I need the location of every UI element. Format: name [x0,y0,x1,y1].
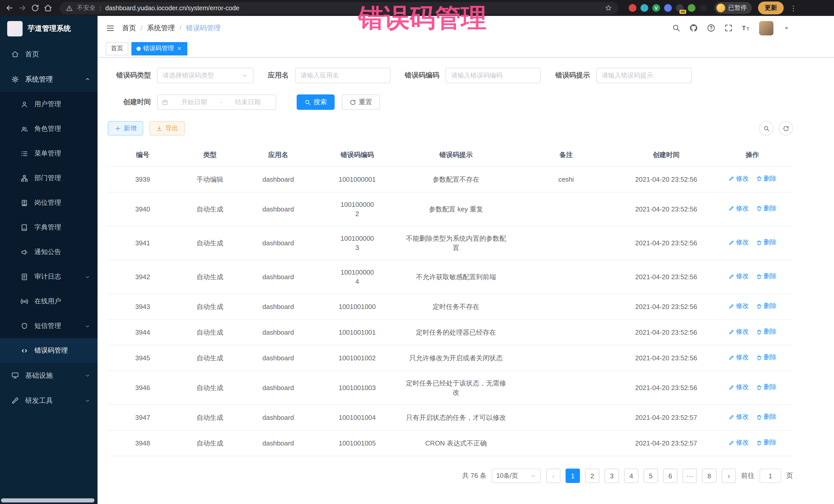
delete-link[interactable]: 删除 [756,302,776,311]
address-bar[interactable]: 不安全 | dashboard.yudao.iocoder.cn/system/… [60,2,618,14]
sidebar-item-error-code[interactable]: 错误码管理 [0,338,97,363]
edit-link[interactable]: 修改 [728,413,749,422]
page-button[interactable]: 2 [585,469,599,483]
page-button[interactable]: 6 [663,469,678,483]
sidebar-item-post[interactable]: 岗位管理 [0,191,97,215]
bookmark-star-icon[interactable] [605,4,612,12]
delete-link[interactable]: 删除 [756,238,776,247]
page-button[interactable]: 1 [566,469,580,483]
edit-link[interactable]: 修改 [728,353,749,362]
search-button[interactable]: 搜索 [297,94,335,110]
page-button[interactable]: 5 [643,469,658,483]
app-logo[interactable]: 芋道管理系统 [0,16,97,42]
edit-link[interactable]: 修改 [728,175,749,183]
back-icon[interactable] [5,4,14,12]
sidebar-item-menu[interactable]: 菜单管理 [0,141,97,166]
cell-remark [512,431,620,456]
profile-chip[interactable]: 已暂停 [715,2,752,14]
page-button[interactable]: 4 [624,469,638,483]
extension-icon[interactable] [700,4,707,12]
sidebar-item-label: 系统管理 [25,75,79,84]
search-icon[interactable] [672,24,681,32]
create-time-range-picker[interactable]: 开始日期 - 结束日期 [157,94,276,110]
toggle-search-button[interactable] [759,121,773,135]
caret-down-icon[interactable] [782,24,791,32]
delete-link[interactable]: 删除 [756,175,776,183]
edit-link[interactable]: 修改 [728,328,749,336]
sidebar-item-system[interactable]: 系统管理 [0,67,97,92]
sidebar-item-infra[interactable]: 基础设施 [0,363,97,388]
page-size-select[interactable]: 10条/页 [492,469,541,483]
github-icon[interactable] [689,24,698,32]
sidebar-item-notice[interactable]: 通知公告 [0,240,97,264]
user-avatar[interactable] [759,21,773,35]
cell-time: 2021-04-20 23:52:56 [620,192,712,226]
edit-link[interactable]: 修改 [728,272,749,281]
horizontal-scrollbar-thumb[interactable] [1,498,94,502]
sidebar-item-audit-log[interactable]: 审计日志 [0,264,97,289]
export-button[interactable]: 导出 [149,121,185,135]
security-warning-icon [66,4,73,12]
delete-icon [756,303,762,309]
sidebar-item-home[interactable]: 首页 [0,42,97,67]
extension-icon[interactable]: on [676,4,684,12]
close-icon[interactable] [177,46,182,51]
error-hint-input[interactable] [596,68,692,83]
delete-link[interactable]: 删除 [756,383,776,392]
edit-link[interactable]: 修改 [728,302,749,311]
edit-link[interactable]: 修改 [728,238,749,247]
delete-link[interactable]: 删除 [756,328,776,336]
extension-icon[interactable]: V [652,4,660,12]
page-ellipsis[interactable]: ··· [683,469,697,483]
extension-icon[interactable] [688,4,696,12]
page-button[interactable]: 8 [702,469,717,483]
extension-icon[interactable] [640,4,648,12]
reload-icon[interactable] [31,4,40,12]
refresh-table-button[interactable] [778,121,793,135]
breadcrumb-item[interactable]: 系统管理 [147,23,175,32]
browser-menu-icon[interactable]: ⋮ [790,4,797,12]
prev-page-button[interactable]: ‹ [546,469,561,483]
sidebar-item-sms[interactable]: 短信管理 [0,313,97,338]
sidebar-item-role[interactable]: 角色管理 [0,116,97,141]
reset-button[interactable]: 重置 [342,94,380,110]
app-name-input[interactable] [295,68,390,83]
delete-link[interactable]: 删除 [756,353,776,362]
sidebar-item-user[interactable]: 用户管理 [0,92,97,116]
delete-link[interactable]: 删除 [756,204,776,213]
hamburger-icon[interactable] [106,23,115,32]
delete-link[interactable]: 删除 [756,272,776,281]
tab-home[interactable]: 首页 [106,42,128,55]
browser-home-icon[interactable] [44,4,52,12]
sidebar-item-devtools[interactable]: 研发工具 [0,388,97,413]
cell-type: 自动生成 [178,405,242,431]
delete-link[interactable]: 删除 [756,413,776,422]
fullscreen-icon[interactable] [724,24,733,32]
delete-link[interactable]: 删除 [756,439,776,447]
cell-type: 自动生成 [178,431,242,456]
tab-error-code[interactable]: 错误码管理 [131,42,187,55]
help-icon[interactable] [707,24,716,32]
next-page-button[interactable]: › [722,469,736,483]
edit-link[interactable]: 修改 [728,383,749,392]
table-row: 3940自动生成dashboard100100000 2参数配置 key 重复2… [108,192,793,226]
edit-link[interactable]: 修改 [728,204,749,213]
sidebar-item-dict[interactable]: 字典管理 [0,215,97,240]
browser-update-button[interactable]: 更新 [758,2,784,14]
sidebar-item-online-user[interactable]: 在线用户 [0,289,97,313]
page-button[interactable]: 3 [605,469,619,483]
sidebar-item-label: 在线用户 [35,297,90,306]
extension-icon[interactable] [629,4,636,12]
add-button[interactable]: 新增 [108,121,143,135]
sidebar-item-dept[interactable]: 部门管理 [0,166,97,191]
cell-id: 3940 [108,192,178,226]
edit-label: 修改 [736,383,749,392]
error-type-select[interactable]: 请选择错误码类型 [157,68,254,83]
font-size-icon[interactable]: TT [742,24,750,32]
breadcrumb-item[interactable]: 首页 [122,23,136,32]
error-code-input[interactable] [445,68,541,83]
extension-icon[interactable] [664,4,672,12]
forward-icon[interactable] [18,4,27,12]
goto-page-input[interactable] [760,469,781,483]
edit-link[interactable]: 修改 [728,439,749,447]
